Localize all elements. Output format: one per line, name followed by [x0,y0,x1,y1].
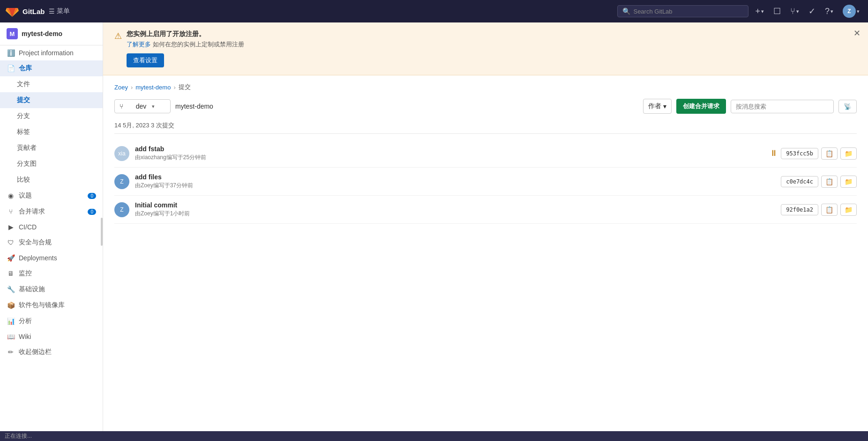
sidebar-item-repository[interactable]: 📄 仓库 [0,60,103,76]
warning-icon: ⚠ [114,31,122,41]
copy-hash-button[interactable]: 📋 [821,147,838,160]
avatar: Z [114,202,129,217]
folder-icon: 📁 [845,178,853,185]
breadcrumb-project[interactable]: mytest-demo [135,84,171,91]
sidebar-item-compare[interactable]: 比较 [0,172,103,188]
commit-actions: 92f0e1a2 📋 📁 [781,204,857,216]
sidebar-item-label: 监控 [19,269,32,278]
sidebar-item-deployments[interactable]: 🚀 Deployments [0,250,103,265]
sidebar-item-label: 提交 [17,96,30,104]
user-avatar-button[interactable]: Z ▾ [840,3,862,20]
sidebar-item-cicd[interactable]: ▶ CI/CD [0,220,103,235]
sidebar-item-packages[interactable]: 📦 软件包与镜像库 [0,297,103,313]
pipeline-paused-icon: ⏸ [770,148,778,158]
alert-banner: ⚠ 您实例上启用了开放注册。 了解更多 如何在您的实例上定制或禁用注册 查看设置… [103,22,868,75]
infra-icon: 🔧 [7,286,15,293]
sidebar-item-monitor[interactable]: 🖥 监控 [0,265,103,281]
help-button[interactable]: ? ▾ [822,5,836,18]
breadcrumb-zoey[interactable]: Zoey [114,84,128,91]
commit-info: add fstab 由xiaozhang编写于25分钟前 [135,145,764,162]
alert-description: 了解更多 如何在您的实例上定制或禁用注册 [127,40,857,49]
chevron-down-icon: ▾ [663,103,666,110]
sidebar-item-label: Project information [19,49,74,57]
branch-selector[interactable]: ⑂ dev ▾ [114,99,171,113]
sidebar-item-label: 贡献者 [17,144,37,152]
merge-requests-icon: ⑂ [790,7,795,16]
info-icon: ℹ️ [7,49,15,57]
sidebar-item-analytics[interactable]: 📊 分析 [0,313,103,329]
merge-badge: 0 [88,209,96,215]
alert-title: 您实例上启用了开放注册。 [127,30,857,38]
create-button[interactable]: + ▾ [752,5,767,18]
sidebar-item-tags[interactable]: 标签 [0,124,103,140]
sidebar-item-merge-requests[interactable]: ⑂ 合并请求 0 [0,204,103,220]
deploy-icon: 🚀 [7,254,15,262]
project-name: mytest-demo [22,30,62,37]
sidebar-item-label: 分支 [17,112,30,120]
rss-button[interactable]: 📡 [838,100,857,113]
sidebar-item-security[interactable]: 🛡 安全与合规 [0,235,103,250]
sidebar-item-files[interactable]: 文件 [0,76,103,92]
commit-meta: 由Zoey编写于37分钟前 [135,182,775,190]
branch-icon: ⑂ [120,103,133,110]
sidebar-item-label: 比较 [17,176,30,184]
search-input[interactable] [633,8,743,15]
todos-button[interactable]: ✓ [806,4,818,18]
gitlab-logo[interactable]: GitLab [6,5,45,18]
table-row: Z add files 由Zoey编写于37分钟前 c0e7dc4c 📋 📁 [114,168,857,196]
help-icon: ? [825,7,830,16]
search-icon: 🔍 [622,7,630,15]
sidebar: M mytest-demo ℹ️ Project information 📄 仓… [0,22,103,441]
view-settings-button[interactable]: 查看设置 [127,53,164,67]
commit-hash-button[interactable]: 92f0e1a2 [781,204,818,215]
table-row: Z Initial commit 由Zoey编写于1小时前 92f0e1a2 📋… [114,196,857,224]
sidebar-item-label: Wiki [19,333,31,340]
wiki-icon: 📖 [7,333,15,340]
cicd-icon: ▶ [7,223,15,231]
sidebar-item-snippets[interactable]: ✏ 收起侧边栏 [0,344,103,360]
create-merge-request-button[interactable]: 创建合并请求 [676,99,726,114]
alert-link[interactable]: 了解更多 [127,41,151,48]
sidebar-item-project-information[interactable]: ℹ️ Project information [0,45,103,60]
avatar: Z [843,5,856,18]
sidebar-item-branches[interactable]: 分支 [0,108,103,124]
sidebar-item-label: 基础设施 [19,285,45,294]
global-search[interactable]: 🔍 [617,5,748,17]
status-bar: 正在连接... [0,431,868,441]
commit-search-input[interactable] [731,100,834,113]
gitlab-label: GitLab [22,7,45,15]
sidebar-item-label: 文件 [17,80,30,88]
commit-info: add files 由Zoey编写于37分钟前 [135,173,775,190]
sidebar-item-label: 分析 [19,317,32,325]
main-content: ⚠ 您实例上启用了开放注册。 了解更多 如何在您的实例上定制或禁用注册 查看设置… [103,22,868,441]
issues-icon: ☐ [773,6,781,16]
commit-hash-button[interactable]: c0e7dc4c [781,176,818,187]
sidebar-item-wiki[interactable]: 📖 Wiki [0,329,103,344]
sidebar-item-contributors[interactable]: 贡献者 [0,140,103,156]
package-icon: 📦 [7,301,15,309]
sidebar-item-label: Deployments [19,254,57,262]
sidebar-project[interactable]: M mytest-demo [0,22,103,45]
sidebar-item-issues[interactable]: ◉ 议题 0 [0,188,103,204]
monitor-icon: 🖥 [7,270,15,277]
repository-icon: 📄 [7,65,15,72]
browse-files-button[interactable]: 📁 [840,204,857,216]
menu-button[interactable]: ☰ 菜单 [49,7,70,15]
commit-meta: 由xiaozhang编写于25分钟前 [135,154,764,162]
issues-button[interactable]: ☐ [771,4,784,18]
alert-close-button[interactable]: ✕ [853,28,861,38]
copy-hash-button[interactable]: 📋 [821,176,838,188]
browse-files-button[interactable]: 📁 [840,176,857,188]
sidebar-item-commits[interactable]: 提交 [0,92,103,108]
merge-requests-button[interactable]: ⑂ ▾ [787,5,802,18]
browse-files-button[interactable]: 📁 [840,147,857,160]
breadcrumb-current: 提交 [179,83,191,91]
edit-icon: ✏ [7,348,15,356]
sidebar-item-infrastructure[interactable]: 🔧 基础设施 [0,281,103,297]
commit-hash-button[interactable]: 953fcc5b [781,148,818,159]
copy-hash-button[interactable]: 📋 [821,204,838,216]
author-filter-button[interactable]: 作者 ▾ [643,99,672,114]
sidebar-item-branch-graph[interactable]: 分支图 [0,156,103,172]
sidebar-item-label: 安全与合规 [19,238,52,247]
commit-meta: 由Zoey编写于1小时前 [135,210,775,218]
